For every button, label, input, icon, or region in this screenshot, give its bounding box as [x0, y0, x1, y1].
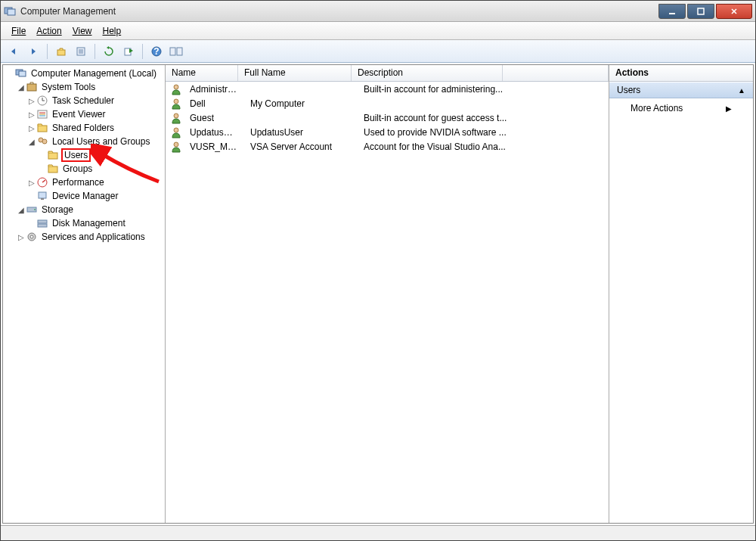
disk-management-icon: [36, 217, 48, 229]
expand-icon[interactable]: ▷: [27, 179, 36, 187]
tree-users[interactable]: Users: [38, 148, 165, 162]
tree-performance[interactable]: ▷ Performance: [27, 176, 165, 189]
show-hide-button[interactable]: [168, 43, 184, 60]
svg-rect-26: [38, 126, 47, 132]
computer-management-window: Computer Management File Action View Hel…: [0, 0, 756, 541]
svg-point-42: [174, 99, 178, 104]
expand-icon[interactable]: ▷: [27, 97, 36, 105]
svg-rect-6: [57, 50, 65, 55]
column-header-spare[interactable]: [503, 65, 609, 81]
help-button[interactable]: ?: [148, 43, 165, 60]
tree-groups-label: Groups: [61, 163, 94, 175]
tree-shared-folders[interactable]: ▷ Shared Folders: [27, 121, 165, 135]
cell-name: Administrator: [184, 84, 244, 95]
cell-name: VUSR_MY_D...: [184, 141, 244, 152]
tree-system-tools-label: System Tools: [40, 81, 97, 93]
user-icon: [170, 126, 182, 138]
tree-event-viewer[interactable]: ▷ Event Viewer: [27, 107, 165, 121]
back-button[interactable]: [5, 43, 22, 60]
user-list-row[interactable]: DellMy Computer: [166, 96, 609, 110]
tree-groups[interactable]: Groups: [38, 162, 165, 176]
close-button[interactable]: [716, 4, 752, 19]
cell-name: UpdatusUser: [184, 127, 244, 138]
device-manager-icon: [36, 190, 48, 202]
users-groups-icon: [36, 135, 48, 148]
actions-header: Actions: [609, 65, 753, 82]
cell-fullname: VSA Server Account: [244, 141, 358, 152]
performance-icon: [36, 176, 48, 188]
svg-rect-15: [177, 48, 182, 55]
expand-icon[interactable]: ▷: [27, 124, 36, 132]
maximize-button[interactable]: [687, 4, 714, 19]
tree-pane[interactable]: Computer Management (Local) ◢ System Too…: [3, 65, 166, 523]
column-header-description[interactable]: Description: [352, 65, 503, 81]
actions-section-label: Users: [617, 85, 640, 95]
user-icon: [170, 98, 182, 110]
user-icon: [170, 112, 182, 124]
tree-services-apps[interactable]: ▷ Services and Applications: [17, 230, 165, 244]
minimize-button[interactable]: [658, 4, 686, 19]
actions-section-users[interactable]: Users ▲: [609, 82, 753, 98]
tree-performance-label: Performance: [51, 176, 106, 188]
svg-rect-14: [170, 48, 175, 55]
tree-storage[interactable]: ◢ Storage: [17, 203, 165, 216]
app-icon: [4, 5, 16, 17]
actions-more-actions[interactable]: More Actions ▶: [609, 98, 753, 118]
tree-root[interactable]: Computer Management (Local): [6, 67, 165, 80]
cell-description: Account for the Visual Studio Ana...: [358, 141, 524, 152]
statusbar: [1, 525, 755, 540]
menu-action[interactable]: Action: [32, 24, 66, 38]
collapse-icon[interactable]: ◢: [17, 206, 26, 214]
tree-local-users-groups-label: Local Users and Groups: [51, 135, 151, 148]
cell-name: Dell: [184, 98, 244, 109]
cell-name: Guest: [184, 113, 244, 123]
menu-view[interactable]: View: [68, 24, 97, 38]
folder-icon: [47, 163, 59, 175]
cell-description: Built-in account for guest access t...: [358, 113, 524, 123]
menu-file[interactable]: File: [7, 24, 30, 38]
up-button[interactable]: [53, 43, 70, 60]
user-list-row[interactable]: AdministratorBuilt-in account for admini…: [166, 82, 609, 96]
svg-point-44: [174, 128, 178, 132]
user-list-row[interactable]: VUSR_MY_D...VSA Server AccountAccount fo…: [166, 139, 609, 154]
clock-icon: [36, 95, 48, 107]
collapse-icon[interactable]: ◢: [27, 138, 36, 146]
tree-event-viewer-label: Event Viewer: [51, 108, 107, 120]
svg-rect-37: [38, 220, 47, 223]
tree-storage-label: Storage: [40, 204, 75, 216]
tree-system-tools[interactable]: ◢ System Tools: [17, 80, 165, 94]
expand-icon[interactable]: ▷: [17, 233, 26, 241]
tree-task-scheduler[interactable]: ▷ Task Scheduler: [27, 94, 165, 107]
user-icon: [170, 83, 182, 95]
column-header-name[interactable]: Name: [166, 65, 238, 81]
svg-rect-34: [41, 198, 44, 200]
svg-rect-38: [38, 224, 47, 227]
user-list-row[interactable]: GuestBuilt-in account for guest access t…: [166, 110, 609, 125]
toolbar-separator: [47, 44, 48, 59]
tree-device-manager[interactable]: Device Manager: [27, 189, 165, 203]
collapse-icon[interactable]: ◢: [17, 83, 26, 92]
properties-button[interactable]: [73, 43, 89, 60]
list-body[interactable]: AdministratorBuilt-in account for admini…: [166, 82, 609, 523]
system-tools-icon: [26, 81, 38, 93]
svg-text:?: ?: [153, 46, 159, 57]
column-header-fullname[interactable]: Full Name: [238, 65, 352, 81]
list-pane: Name Full Name Description Administrator…: [166, 65, 609, 523]
menu-help[interactable]: Help: [98, 24, 126, 38]
folder-icon: [47, 149, 59, 161]
tree-local-users-groups[interactable]: ◢ Local Users and Groups: [27, 135, 165, 148]
svg-rect-29: [48, 153, 57, 159]
titlebar[interactable]: Computer Management: [1, 1, 755, 22]
refresh-button[interactable]: [101, 43, 117, 60]
tree-disk-management[interactable]: Disk Management: [27, 216, 165, 230]
expand-icon[interactable]: ▷: [27, 110, 36, 119]
user-list-row[interactable]: UpdatusUserUpdatusUserUsed to provide NV…: [166, 125, 609, 139]
svg-rect-33: [39, 192, 46, 198]
svg-rect-1: [8, 9, 15, 15]
export-button[interactable]: [120, 43, 137, 60]
svg-rect-17: [19, 71, 26, 76]
forward-button[interactable]: [25, 43, 42, 60]
services-apps-icon: [26, 231, 38, 243]
tree-services-apps-label: Services and Applications: [40, 231, 147, 243]
chevron-right-icon: ▶: [726, 104, 732, 113]
